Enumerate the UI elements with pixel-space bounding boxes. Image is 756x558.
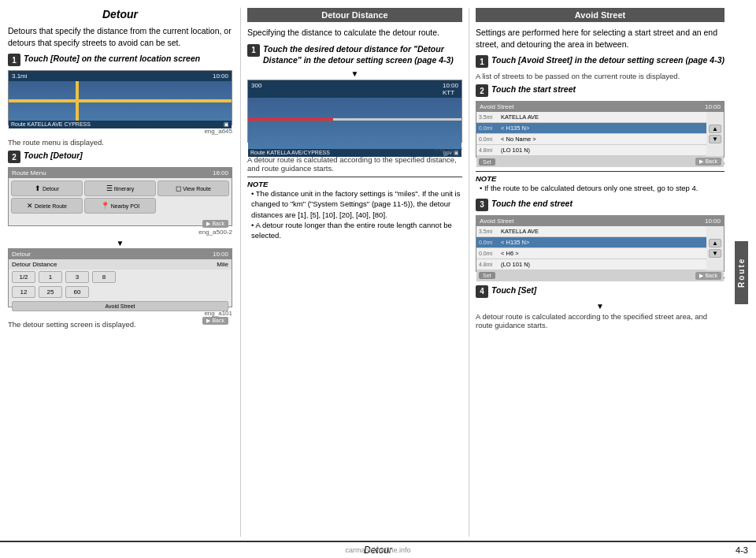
itinerary-icon: ☰ <box>106 184 113 192</box>
detour-icon: ⬆ <box>35 184 41 192</box>
detour-val-7[interactable]: 60 <box>65 286 89 298</box>
avoid-item-1-4[interactable]: 4.8mi (LO 101 N) <box>476 145 706 156</box>
menu-time: 16:00 <box>213 169 228 177</box>
itinerary-btn[interactable]: ☰Itinerary <box>84 180 156 196</box>
detour-row-2: 12 25 60 <box>9 285 232 299</box>
avoid-item-1-3[interactable]: 0.0mi < No Name > <box>476 134 706 145</box>
avoid-title-1: Avoid Street <box>480 103 513 110</box>
right-step-4-text: Touch [Set] <box>491 285 536 296</box>
scroll-arrows-2: ▲ ▼ <box>706 226 724 270</box>
right-step-4-num: 4 <box>476 285 488 298</box>
scroll-up-1[interactable]: ▲ <box>709 125 721 133</box>
detour-val-1[interactable]: 1/2 <box>12 271 35 283</box>
detour-val-2[interactable]: 1 <box>39 271 62 283</box>
avoid-topbar-2: Avoid Street 10:00 <box>476 216 724 226</box>
right-note-1: • If the route to be calculated detours … <box>480 183 724 193</box>
avoid-item-2-3[interactable]: 0.0mi < H6 > <box>476 248 706 259</box>
detour-col1: Detour Distance <box>12 261 57 268</box>
footer-page: 4-3 <box>392 545 748 555</box>
detour-val-4[interactable]: 8 <box>92 271 116 283</box>
section-title: Detour <box>8 8 232 20</box>
right-step-1-row: 1 Touch [Avoid Street] in the detour set… <box>476 54 724 68</box>
right-column: Avoid Street Settings are performed here… <box>469 8 748 537</box>
back-btn-1[interactable]: ▶ Back <box>695 158 721 166</box>
avoid-item-2-4[interactable]: 4.8mi (LO 101 N) <box>476 259 706 270</box>
map-body-1 <box>9 81 232 121</box>
right-header: Avoid Street <box>476 8 724 22</box>
map-screen-1: 3.1mi 10:00 Route KATELLA AVE CYPRESS ▣ <box>8 70 232 125</box>
img-label-2: eng_a500-2 <box>8 229 232 236</box>
view-route-icon: ◻ <box>176 184 181 192</box>
back-button[interactable]: ▶ Back <box>202 220 228 228</box>
right-col-inner: Avoid Street Settings are performed here… <box>476 8 748 329</box>
avoid-screen-2: Avoid Street 10:00 3.5mi KATELLA AVE 0.0… <box>476 215 724 272</box>
avoid-title-2: Avoid Street <box>480 218 513 225</box>
mid-arrow-down: ▼ <box>247 69 462 78</box>
right-caption-final: A detour route is calculated according t… <box>476 312 724 329</box>
detour-val-6[interactable]: 25 <box>39 286 62 298</box>
avoid-screen-1: Avoid Street 10:00 3.5mi KATELLA AVE 0.0… <box>476 101 724 158</box>
detour-row: 1/2 1 3 8 <box>9 270 232 285</box>
right-step-3-row: 3 Touch the end street <box>476 198 724 211</box>
avoid-topbar-1: Avoid Street 10:00 <box>476 102 724 112</box>
menu-grid: ⬆Detour ☰Itinerary ◻View Route ✕Delete R… <box>9 178 232 216</box>
route-tab: Route <box>735 241 748 304</box>
right-arrow-down: ▼ <box>476 302 724 311</box>
detour-btn[interactable]: ⬆Detour <box>11 180 83 196</box>
map-info-1: 3.1mi <box>12 73 28 80</box>
avoid-street-btn[interactable]: Avoid Street <box>12 301 228 311</box>
arrow-down-1: ▼ <box>8 239 232 247</box>
step-2-text: Touch [Detour] <box>24 150 83 161</box>
menu-topbar: Route Menu 16:00 <box>9 168 232 178</box>
avoid-controls-2: Set ▶ Back <box>476 270 724 281</box>
detour-back-btn[interactable]: ▶ Back <box>202 317 228 325</box>
avoid-list-1: 3.5mi KATELLA AVE 0.0mi < H135 N> 0.0mi … <box>476 112 706 156</box>
page: Detour Detours that specify the distance… <box>0 0 756 558</box>
mid-column: Detour Distance Specifying the distance … <box>240 8 469 537</box>
mid-intro: Specifying the distance to calculate the… <box>247 27 462 39</box>
avoid-item-1-2[interactable]: 0.0mi < H135 N> <box>476 123 706 134</box>
scroll-down-1[interactable]: ▼ <box>709 135 721 143</box>
detour-time: 10:00 <box>213 251 228 258</box>
intro-text: Detours that specify the distance from t… <box>8 25 232 48</box>
avoid-list-wrapper-1: 3.5mi KATELLA AVE 0.0mi < H135 N> 0.0mi … <box>476 112 724 156</box>
delete-route-btn[interactable]: ✕Delete Route <box>11 198 83 214</box>
detour-val-3[interactable]: 3 <box>65 271 89 283</box>
mid-map-time: 10:00KTT <box>443 82 458 96</box>
right-step-1-text: Touch [Avoid Street] in the detour setti… <box>491 54 724 65</box>
right-intro: Settings are performed here for selectin… <box>476 27 724 50</box>
set-btn-1[interactable]: Set <box>479 158 495 166</box>
right-step-4-row: 4 Touch [Set] <box>476 285 724 298</box>
set-btn-2[interactable]: Set <box>479 272 495 279</box>
right-note-label: NOTE <box>476 174 724 183</box>
map-topbar-1: 3.1mi 10:00 <box>9 71 232 81</box>
right-step-1-sub: A list of streets to be passed on the cu… <box>476 72 724 80</box>
mid-note-1: • The distance unit in the factory setti… <box>251 188 462 220</box>
nearby-poi-btn[interactable]: 📍Nearby POI <box>84 198 156 214</box>
detour-table-header: Detour Distance Mile <box>9 259 232 270</box>
map-scale-label: ▣ <box>224 121 229 128</box>
detour-val-5[interactable]: 12 <box>12 286 35 298</box>
back-btn-2[interactable]: ▶ Back <box>695 272 721 280</box>
delete-route-icon: ✕ <box>27 202 33 210</box>
right-step-2-num: 2 <box>476 84 488 97</box>
mid-map-screen: 300 10:00KTT Route KATELLA AVE/CYPRESS g… <box>247 80 462 143</box>
mid-note-2: • A detour route longer than the entire … <box>251 220 462 241</box>
avoid-time-2: 10:00 <box>705 218 721 225</box>
avoid-item-1-1[interactable]: 3.5mi KATELLA AVE <box>476 112 706 123</box>
map-road-h <box>9 99 232 102</box>
detour-col2: Mile <box>217 261 228 268</box>
scroll-down-2[interactable]: ▼ <box>709 249 721 258</box>
mid-step-1-num: 1 <box>247 44 260 57</box>
mid-step-1-text: Touch the desired detour distance for "D… <box>263 43 462 65</box>
view-route-btn[interactable]: ◻View Route <box>158 180 229 196</box>
menu-screen: Route Menu 16:00 ⬆Detour ☰Itinerary ◻Vie… <box>8 167 232 226</box>
scroll-up-2[interactable]: ▲ <box>709 239 721 247</box>
watermark: carmanualonline.info <box>345 546 410 554</box>
detour-back-area: ▶ Back <box>9 313 232 326</box>
avoid-item-2-2[interactable]: 0.0mi < H135 N> <box>476 237 706 248</box>
avoid-item-2-1[interactable]: 3.5mi KATELLA AVE <box>476 226 706 237</box>
menu-title: Route Menu <box>12 169 46 177</box>
avoid-list-wrapper-2: 3.5mi KATELLA AVE 0.0mi < H135 N> 0.0mi … <box>476 226 724 270</box>
avoid-list-2: 3.5mi KATELLA AVE 0.0mi < H135 N> 0.0mi … <box>476 226 706 270</box>
